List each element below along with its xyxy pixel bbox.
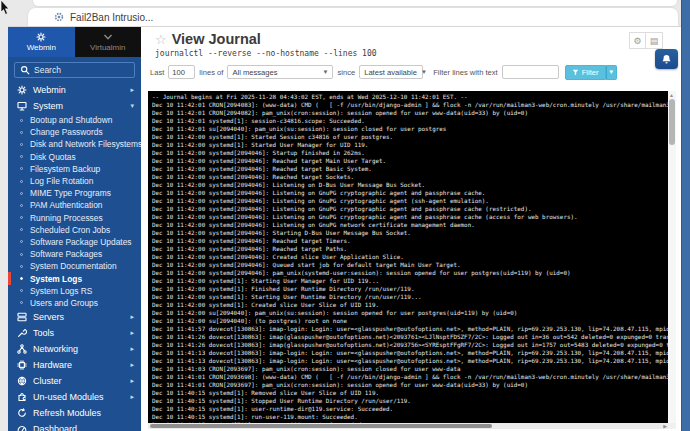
journal-log-line: Dec 10 11:42:01 CRON[2094083]: (www-data… xyxy=(152,101,668,109)
tab-webmin[interactable]: Webmin xyxy=(8,27,75,57)
sidebar-item-tools[interactable]: Tools▸ xyxy=(8,325,141,341)
sidebar-item-software-packages[interactable]: Software Packages xyxy=(8,248,141,260)
sidebar-item-system-logs-rs[interactable]: System Logs RS xyxy=(8,285,141,297)
sidebar-item-bootup-and-shutdown[interactable]: Bootup and Shutdown xyxy=(8,114,141,126)
sidebar-item-software-package-updates[interactable]: Software Package Updates xyxy=(8,236,141,248)
journal-log-line: Dec 10 11:41:13 dovecot[130863]: imap-lo… xyxy=(152,357,668,365)
chip-icon xyxy=(17,360,27,370)
journal-log-line: Dec 10 11:42:00 systemd[2094046]: Reache… xyxy=(152,173,668,181)
sidebar-item-label: Change Passwords xyxy=(30,127,103,137)
bullet-icon xyxy=(20,131,23,134)
journal-log-line: Dec 10 11:42:00 systemd[2094046]: Reache… xyxy=(152,157,668,165)
caret-down-icon: ▾ xyxy=(130,102,134,110)
bullet-icon xyxy=(20,180,23,183)
sidebar-item-system[interactable]: System▾ xyxy=(8,98,141,114)
journal-controls: Last lines of All messages ▼ since Lates… xyxy=(150,64,675,80)
caret-right-icon: ▸ xyxy=(130,345,134,353)
filter-button[interactable]: Filter xyxy=(565,65,606,80)
sidebar-item-networking[interactable]: Networking▸ xyxy=(8,341,141,357)
browser-tab[interactable]: Fail2Ban Intrusio... xyxy=(28,8,678,26)
sidebar-item-label: Running Processes xyxy=(30,213,103,223)
caret-right-icon: ▸ xyxy=(130,86,134,94)
page-title: View Journal xyxy=(172,31,261,47)
sidebar-item-scheduled-cron-jobs[interactable]: Scheduled Cron Jobs xyxy=(8,224,141,236)
bullet-icon xyxy=(20,265,23,268)
sidebar-search[interactable] xyxy=(14,62,135,78)
sidebar-item-change-passwords[interactable]: Change Passwords xyxy=(8,126,141,138)
module-config-button[interactable]: ⚙ xyxy=(629,32,646,49)
sidebar-item-pam-authentication[interactable]: PAM Authentication xyxy=(8,199,141,211)
journal-log-line: Dec 10 11:42:01 CRON[2094082]: pam_unix(… xyxy=(152,109,668,117)
journal-log-line: Dec 10 11:42:00 systemd[1]: Started User… xyxy=(152,141,668,149)
filter-text-input[interactable] xyxy=(502,65,559,79)
sidebar-item-label: Scheduled Cron Jobs xyxy=(30,225,110,235)
terminal-vertical-scrollbar[interactable]: ▲ xyxy=(668,91,676,423)
bullet-icon xyxy=(20,204,23,207)
tab-virtualmin[interactable]: Virtualmin xyxy=(75,27,142,57)
journal-log-line: Dec 10 11:42:01 su[2094040]: pam_unix(su… xyxy=(152,125,668,133)
sidebar-item-system-documentation[interactable]: System Documentation xyxy=(8,260,141,272)
sidebar-item-log-file-rotation[interactable]: Log File Rotation xyxy=(8,175,141,187)
caret-right-icon: ▸ xyxy=(130,361,134,369)
sidebar-item-filesystem-backup[interactable]: Filesystem Backup xyxy=(8,163,141,175)
journal-log-line: Dec 10 11:41:26 dovecot[130863]: imap(gl… xyxy=(152,341,668,349)
since-select[interactable]: Latest available ▼ xyxy=(359,65,423,79)
cluster-icon xyxy=(17,376,27,386)
bullet-icon xyxy=(20,277,23,280)
journal-log-line: Dec 10 11:42:00 systemd[2094046]: Listen… xyxy=(152,189,668,197)
mouse-cursor xyxy=(0,0,12,16)
module-log-button[interactable]: ▤ xyxy=(646,32,663,49)
journal-log-line: Dec 10 11:41:13 dovecot[130863]: imap-lo… xyxy=(152,349,668,357)
sidebar-item-label: Dashboard xyxy=(33,424,134,431)
journal-log-line: Dec 10 11:40:15 systemd[1]: user-runtime… xyxy=(152,405,668,413)
journal-log-line: Dec 10 11:42:00 systemd[2094046]: Listen… xyxy=(152,197,668,205)
sidebar-item-hardware[interactable]: Hardware▸ xyxy=(8,357,141,373)
journal-log-line: -- Journal begins at Fri 2025-11-28 04:4… xyxy=(152,93,668,101)
sidebar-item-cluster[interactable]: Cluster▸ xyxy=(8,373,141,389)
journal-log-line: Dec 10 11:42:00 systemd[2094046]: pam_un… xyxy=(152,269,668,277)
lines-count-input[interactable] xyxy=(168,65,195,79)
sidebar-item-users-and-groups[interactable]: Users and Groups xyxy=(8,297,141,309)
main-content: ☆ View Journal journalctl --reverse --no… xyxy=(141,27,681,431)
sidebar-item-disk-and-network-filesystems[interactable]: Disk and Network Filesystems xyxy=(8,138,141,150)
filter-dropdown-caret[interactable]: ▼ xyxy=(606,65,617,80)
caret-right-icon: ▸ xyxy=(130,313,134,321)
tab-virtualmin-label: Virtualmin xyxy=(90,43,125,52)
journal-log-line: Dec 10 11:41:26 dovecot[130863]: imap(gl… xyxy=(152,333,668,341)
wrench-icon xyxy=(17,328,27,338)
chevron-down-icon xyxy=(103,32,113,42)
sidebar-item-un-used-modules[interactable]: Un-used Modules▸ xyxy=(8,389,141,405)
sidebar-item-disk-quotas[interactable]: Disk Quotas xyxy=(8,151,141,163)
sidebar-item-dashboard[interactable]: Dashboard xyxy=(8,421,141,431)
sidebar-item-label: Filesystem Backup xyxy=(30,164,100,174)
sidebar-item-mime-type-programs[interactable]: MIME Type Programs xyxy=(8,187,141,199)
vertical-scroll-thumb[interactable] xyxy=(669,99,675,145)
sidebar-item-system-logs[interactable]: System Logs xyxy=(8,272,141,284)
sidebar-item-label: MIME Type Programs xyxy=(30,188,111,198)
select-caret-icon: ▼ xyxy=(421,69,427,75)
terminal-horizontal-scrollbar[interactable]: ▶ xyxy=(148,423,668,429)
bullet-icon xyxy=(20,192,23,195)
sidebar-item-webmin[interactable]: Webmin▸ xyxy=(8,82,141,98)
sidebar-item-running-processes[interactable]: Running Processes xyxy=(8,212,141,224)
terminal-output: -- Journal begins at Fri 2025-11-28 04:4… xyxy=(152,93,668,429)
journal-log-line: Dec 10 11:42:00 systemd[2094046]: Startu… xyxy=(152,149,668,157)
bullet-icon xyxy=(20,240,23,243)
horizontal-scroll-thumb[interactable] xyxy=(150,424,492,428)
favorite-star-icon[interactable]: ☆ xyxy=(155,33,167,46)
sidebar-item-label: Webmin xyxy=(33,85,124,95)
caret-right-icon: ▸ xyxy=(130,393,134,401)
journal-log-line: Dec 10 11:40:15 systemd[1]: Removed slic… xyxy=(152,389,668,397)
sidebar-item-label: Disk Quotas xyxy=(30,152,76,162)
page-header: ☆ View Journal journalctl --reverse --no… xyxy=(155,31,377,58)
search-input[interactable] xyxy=(34,65,124,75)
sidebar-item-label: Users and Groups xyxy=(30,298,98,308)
journal-log-line: Dec 10 11:42:00 systemd[1]: Created slic… xyxy=(152,301,668,309)
sidebar-item-servers[interactable]: Servers▸ xyxy=(8,309,141,325)
message-type-select[interactable]: All messages ▼ xyxy=(227,65,333,79)
funnel-icon xyxy=(572,69,579,76)
caret-right-icon: ▸ xyxy=(130,329,134,337)
sidebar-item-label: Refresh Modules xyxy=(33,408,134,418)
sidebar-item-label: Log File Rotation xyxy=(30,176,93,186)
sidebar-item-refresh-modules[interactable]: Refresh Modules xyxy=(8,405,141,421)
